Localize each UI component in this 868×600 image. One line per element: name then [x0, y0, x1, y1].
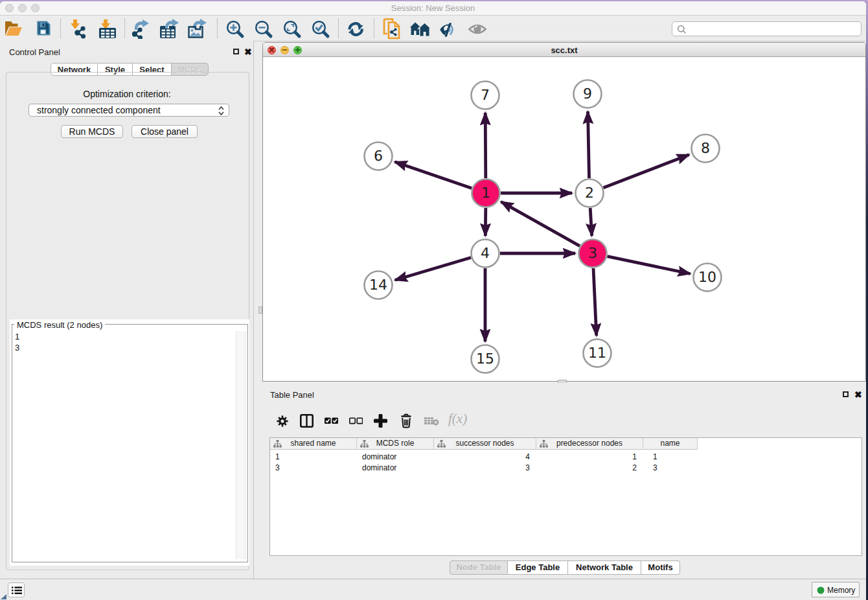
svg-text:11: 11: [588, 345, 606, 362]
svg-text:7: 7: [481, 87, 490, 104]
svg-text:8: 8: [701, 141, 710, 157]
svg-text:15: 15: [476, 351, 494, 367]
svg-text:6: 6: [374, 148, 383, 165]
svg-text:9: 9: [583, 86, 592, 102]
svg-text:3: 3: [588, 246, 597, 262]
svg-text:4: 4: [481, 246, 490, 262]
svg-text:2: 2: [585, 185, 594, 202]
svg-text:14: 14: [369, 277, 387, 294]
svg-text:1: 1: [481, 185, 490, 202]
svg-text:10: 10: [698, 270, 716, 286]
